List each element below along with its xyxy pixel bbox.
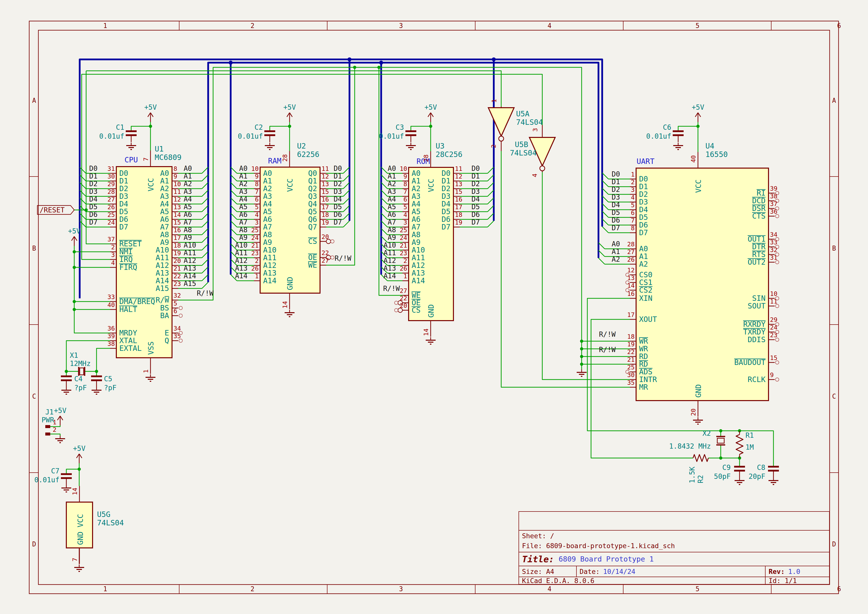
r2-label[interactable]: 1.5K	[688, 467, 696, 483]
net-label-a1[interactable]: A1	[388, 172, 396, 180]
net-label-d4[interactable]: D4	[89, 195, 98, 203]
u5b-ref[interactable]: U5B	[515, 140, 528, 149]
resistor-r1[interactable]: R11M	[736, 431, 754, 458]
net-label-a10[interactable]: A10	[235, 241, 248, 249]
resistor-r2[interactable]: 1.5KR2	[688, 454, 708, 483]
net-label-a6[interactable]: A6	[184, 211, 192, 219]
net-label-a3[interactable]: A3	[239, 188, 248, 195]
global-label-reset[interactable]: /RESET	[37, 206, 74, 214]
wire[interactable]	[86, 71, 501, 107]
capacitor-c5[interactable]: C5?pF	[91, 375, 116, 392]
net-label-d6[interactable]: D6	[334, 211, 342, 219]
net-label-a4[interactable]: A4	[184, 195, 192, 203]
cpu-ref[interactable]: U1	[155, 144, 164, 153]
net-label-d3[interactable]: D3	[334, 188, 342, 195]
net-label-d6[interactable]: D6	[471, 211, 480, 219]
net-label-d6[interactable]: D6	[612, 216, 620, 224]
net-label-a14[interactable]: A14	[383, 272, 396, 280]
net-label-d3[interactable]: D3	[89, 188, 98, 195]
net-label-d0[interactable]: D0	[89, 164, 98, 172]
ram-value[interactable]: 62256	[297, 150, 319, 159]
r2-label[interactable]: R2	[696, 475, 705, 483]
net-label-d1[interactable]: D1	[471, 172, 480, 180]
component-rom[interactable]: ROMU328C25610A09A18A27A36A45A54A63A725A8…	[395, 142, 462, 337]
connector-pad[interactable]	[45, 425, 50, 428]
net-label-a12[interactable]: A12	[235, 256, 248, 265]
u5b-value[interactable]: 74LS04	[510, 149, 536, 157]
net-label-d7[interactable]: D7	[89, 218, 98, 226]
net-label-a14[interactable]: A14	[184, 272, 196, 280]
net-label-a8[interactable]: A8	[239, 226, 248, 234]
net-label-a2[interactable]: A2	[239, 180, 248, 188]
net-label-d6[interactable]: D6	[89, 211, 98, 219]
net-label-a3[interactable]: A3	[184, 188, 192, 195]
net-label-a0[interactable]: A0	[239, 164, 248, 172]
net-label-a11[interactable]: A11	[383, 249, 396, 257]
c3-ref[interactable]: C3	[395, 123, 404, 132]
net-label-rw[interactable]: R/!W	[383, 284, 400, 293]
net-label-d2[interactable]: D2	[89, 180, 98, 188]
component-uart[interactable]: UARTU4165501D02D13D24D35D46D57D68D728A02…	[626, 142, 779, 417]
net-label-d3[interactable]: D3	[471, 188, 480, 195]
net-label-d5[interactable]: D5	[471, 203, 480, 211]
net-label-d5[interactable]: D5	[612, 208, 620, 217]
net-label-d7[interactable]: D7	[334, 218, 342, 226]
net-label-a5[interactable]: A5	[184, 203, 192, 211]
net-label-a9[interactable]: A9	[239, 234, 248, 242]
crystal-x2[interactable]: X21.8432 MHz	[669, 429, 725, 450]
net-label-d5[interactable]: D5	[334, 203, 342, 211]
net-label-a8[interactable]: A8	[184, 226, 192, 234]
c9-ref[interactable]: C9	[722, 464, 731, 471]
net-label-a6[interactable]: A6	[388, 211, 396, 219]
net-label-a5[interactable]: A5	[388, 203, 396, 211]
c2-value[interactable]: 0.01uf	[238, 132, 263, 140]
net-label-a14[interactable]: A14	[235, 272, 248, 280]
x1-ref[interactable]: X1	[70, 351, 78, 360]
j1-ref[interactable]: J1	[45, 408, 54, 416]
rom-value[interactable]: 28C256	[436, 150, 462, 159]
net-label-d2[interactable]: D2	[334, 180, 342, 188]
component-u5b[interactable]: 34U5B74LS04	[510, 125, 555, 177]
component-u5g[interactable]: 147VCCGNDU5G74LS04	[66, 486, 124, 564]
net-label-a13[interactable]: A13	[184, 264, 196, 272]
net-label-a3[interactable]: A3	[388, 188, 396, 195]
wire[interactable]	[50, 434, 60, 436]
net-label-a1[interactable]: A1	[239, 172, 248, 180]
net-label-a13[interactable]: A13	[235, 264, 248, 272]
net-label-d2[interactable]: D2	[471, 180, 480, 188]
net-label-a0[interactable]: A0	[388, 164, 396, 172]
c1-value[interactable]: 0.01uf	[99, 132, 124, 140]
net-label-a4[interactable]: A4	[239, 195, 248, 203]
global-label-text[interactable]: /RESET	[40, 206, 65, 214]
c8-ref[interactable]: C8	[757, 464, 765, 471]
component-cpu[interactable]: CPUU1MC680931D030D129D228D327D426D525D62…	[107, 144, 183, 374]
capacitor-c8[interactable]: C820pF	[749, 464, 779, 481]
rom-ref[interactable]: U3	[436, 142, 445, 150]
uart-ref[interactable]: U4	[705, 142, 714, 150]
r1-value[interactable]: 1M	[746, 443, 754, 451]
net-label-d7[interactable]: D7	[471, 218, 480, 226]
net-label-a1[interactable]: A1	[612, 248, 620, 256]
c4-value[interactable]: ?pF	[74, 384, 87, 392]
x1-value[interactable]: 12MHz	[70, 360, 91, 367]
net-label-d4[interactable]: D4	[612, 201, 620, 209]
net-label-d1[interactable]: D1	[334, 172, 342, 180]
net-label-a5[interactable]: A5	[239, 203, 248, 211]
crystal-x1[interactable]: X112MHz	[70, 351, 91, 376]
wire[interactable]	[96, 348, 110, 371]
net-label-a2[interactable]: A2	[388, 180, 396, 188]
net-label-rw[interactable]: R/!W	[599, 346, 616, 354]
c5-value[interactable]: ?pF	[104, 384, 116, 392]
net-label-a6[interactable]: A6	[239, 211, 248, 219]
c5-ref[interactable]: C5	[104, 375, 112, 383]
r1-ref[interactable]: R1	[746, 431, 754, 439]
net-label-d0[interactable]: D0	[471, 164, 480, 172]
net-label-a11[interactable]: A11	[235, 249, 248, 257]
ram-sheet-label[interactable]: RAM	[268, 157, 281, 165]
net-label-a7[interactable]: A7	[239, 218, 248, 226]
u5a-ref[interactable]: U5A	[516, 109, 529, 118]
net-label-d5[interactable]: D5	[89, 203, 98, 211]
net-label-d0[interactable]: D0	[334, 164, 342, 172]
c4-ref[interactable]: C4	[74, 375, 83, 383]
net-label-rw[interactable]: R/!W	[599, 330, 616, 338]
